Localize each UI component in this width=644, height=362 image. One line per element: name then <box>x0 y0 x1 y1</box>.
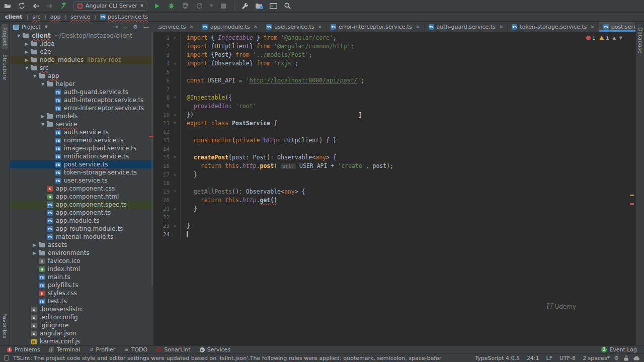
profiler-icon[interactable] <box>195 2 204 11</box>
close-icon[interactable]: ✕ <box>590 24 594 30</box>
tree-row-service[interactable]: ▼service <box>10 120 153 128</box>
tree-row-karma.conf.js[interactable]: JSkarma.conf.js <box>10 337 153 345</box>
project-structure-icon[interactable] <box>255 2 264 11</box>
fold-marker-icon[interactable]: ▼ <box>170 188 181 196</box>
chevron-collapsed-icon[interactable]: ▶ <box>31 243 38 247</box>
chevron-down-icon[interactable]: ▼ <box>43 25 49 29</box>
sync-icon[interactable] <box>17 2 26 11</box>
toolwindow-button-terminal[interactable]: ❯Terminal <box>49 346 80 353</box>
toolwindow-button-sonarlint[interactable]: SonarLint <box>156 346 190 353</box>
toolwindow-switcher-icon[interactable] <box>4 355 9 360</box>
chevron-expanded-icon[interactable]: ▼ <box>39 82 46 86</box>
collapse-all-icon[interactable]: ⌵ <box>122 24 129 30</box>
tree-row-client[interactable]: ▼client~/Desktop/Instazoo/client <box>10 32 153 40</box>
code-line-13[interactable]: 13 constructor(private http: HttpClient)… <box>153 136 635 145</box>
code-line-14[interactable]: 14 <box>153 145 635 153</box>
code-line-16[interactable]: 16 return this.http.post( url: USER_API … <box>153 162 635 170</box>
close-icon[interactable]: ✕ <box>189 24 193 30</box>
code-line-22[interactable]: 22 <box>153 213 635 222</box>
toolwindow-button-profiler[interactable]: ↺Profiler <box>89 346 115 353</box>
code-line-10[interactable]: 10▲}) <box>153 111 635 119</box>
tool-button-structure[interactable]: Structure <box>2 51 8 83</box>
editor-tab[interactable]: TSauth-guard.service.ts✕ <box>425 22 508 32</box>
tree-row-app.component.css[interactable]: Sapp.component.css <box>10 185 153 193</box>
chevron-collapsed-icon[interactable]: ▶ <box>39 114 46 119</box>
code-line-24[interactable]: 24 <box>153 230 635 239</box>
tree-row-auth-interceptor.service.ts[interactable]: TSauth-interceptor.service.ts <box>10 96 153 104</box>
chevron-expanded-icon[interactable]: ▼ <box>39 122 46 127</box>
code-line-21[interactable]: 21▲ } <box>153 205 635 213</box>
tree-row-auth-guard.service.ts[interactable]: TSauth-guard.service.ts <box>10 88 153 96</box>
search-everywhere-icon[interactable] <box>283 2 292 11</box>
code-line-6[interactable]: 6const USER_API = 'http://localhost:8080… <box>153 76 635 85</box>
tree-row-post.service.ts[interactable]: TSpost.service.ts <box>10 160 153 168</box>
tree-row-user.service.ts[interactable]: TSuser.service.ts <box>10 176 153 185</box>
tree-row-styles.css[interactable]: Sstyles.css <box>10 289 153 297</box>
tree-row-index.html[interactable]: Hindex.html <box>10 265 153 273</box>
toolwindow-button-todo[interactable]: ≡TODO <box>124 346 147 353</box>
fold-marker-icon[interactable]: ▼ <box>170 94 181 102</box>
fold-marker-icon[interactable]: ▲ <box>170 222 181 230</box>
fold-marker-icon[interactable]: ▲ <box>170 59 181 68</box>
tree-row-models[interactable]: ▶models <box>10 112 153 120</box>
indent-setting[interactable]: 2 spaces* <box>583 355 610 361</box>
tree-row-environments[interactable]: ▶environments <box>10 249 153 257</box>
code-line-17[interactable]: 17▲ } <box>153 170 635 179</box>
tree-row-notification.service.ts[interactable]: TSnotification.service.ts <box>10 152 153 160</box>
run-configuration-select[interactable]: Angular CLI Server ▼ <box>73 2 147 11</box>
code-line-23[interactable]: 23▲} <box>153 222 635 230</box>
tree-row-main.ts[interactable]: TSmain.ts <box>10 273 153 281</box>
caret-position[interactable]: 24:1 <box>527 355 539 361</box>
tree-row-test.ts[interactable]: TStest.ts <box>10 297 153 305</box>
tree-row-material-module.ts[interactable]: TSmaterial-module.ts <box>10 233 153 241</box>
tool-button-database[interactable]: Database <box>637 24 643 57</box>
breadcrumb-item[interactable]: app <box>50 14 61 20</box>
breadcrumb-item[interactable]: client <box>5 14 23 20</box>
tree-row-.gitignore[interactable]: ≡.gitignore <box>10 321 153 329</box>
status-message[interactable]: TSLint: The project code style and edito… <box>13 355 441 361</box>
unlock-icon[interactable] <box>624 355 628 361</box>
chevron-expanded-icon[interactable]: ▼ <box>15 34 22 38</box>
tree-row-favicon.ico[interactable]: ≡favicon.ico <box>10 257 153 265</box>
code-line-1[interactable]: 1▼import { Injectable } from '@angular/c… <box>153 34 635 42</box>
debug-icon[interactable] <box>167 2 176 11</box>
editor-tab[interactable]: .service.ts✕ <box>153 22 198 32</box>
forward-icon[interactable] <box>45 2 54 11</box>
code-line-18[interactable]: 18 <box>153 179 635 188</box>
gear-icon[interactable]: ⚙ <box>131 24 139 30</box>
breadcrumb-item[interactable]: TSpost.service.ts <box>100 14 148 20</box>
tree-row-error-interceptor.service.ts[interactable]: TSerror-interceptor.service.ts <box>10 104 153 112</box>
chevron-collapsed-icon[interactable]: ▶ <box>23 42 30 46</box>
code-line-3[interactable]: 3import {Post} from '../models/Post'; <box>153 51 635 59</box>
code-line-12[interactable]: 12 <box>153 128 635 136</box>
chevron-expanded-icon[interactable]: ▼ <box>23 66 30 70</box>
code-line-19[interactable]: 19▼ getAllPosts(): Observable<any> { <box>153 188 635 196</box>
editor[interactable]: 1▼import { Injectable } from '@angular/c… <box>153 32 635 345</box>
typescript-version[interactable]: TypeScript 4.0.5 <box>475 355 520 361</box>
tool-button-favorites[interactable]: Favorites <box>2 310 8 341</box>
tree-row-app-routing.module.ts[interactable]: TSapp-routing.module.ts <box>10 225 153 233</box>
code-line-8[interactable]: 8▼@Injectable({ <box>153 94 635 102</box>
chevron-collapsed-icon[interactable]: ▶ <box>31 251 38 255</box>
code-line-7[interactable]: 7 <box>153 85 635 94</box>
tree-row-auth.service.ts[interactable]: TSauth.service.ts <box>10 128 153 136</box>
close-icon[interactable]: ✕ <box>318 24 322 30</box>
close-icon[interactable]: ✕ <box>499 24 503 30</box>
editor-tab[interactable]: TSapp.module.ts✕ <box>198 22 262 32</box>
tree-row-angular.json[interactable]: ≡angular.json <box>10 329 153 337</box>
tree-row-helper[interactable]: ▼helper <box>10 80 153 88</box>
tree-row-app[interactable]: ▼app <box>10 72 153 80</box>
open-project-icon[interactable] <box>3 2 12 11</box>
gear-small-icon[interactable]: ⚙ <box>614 355 619 361</box>
inspection-widget[interactable]: 1 1 ▲ ▼ <box>586 35 622 41</box>
tree-row-assets[interactable]: ▶assets <box>10 241 153 249</box>
prev-problem-icon[interactable]: ▲ <box>613 36 616 40</box>
code-line-15[interactable]: 15▼ createPost(post: Post): Observable<a… <box>153 153 635 162</box>
code-line-2[interactable]: 2import {HttpClient} from '@angular/comm… <box>153 42 635 51</box>
toolwindow-button-problems[interactable]: !Problems <box>7 346 40 353</box>
fold-marker-icon[interactable]: ▲ <box>170 111 181 119</box>
breadcrumb-item[interactable]: service <box>70 14 90 20</box>
cloud-gear-icon[interactable] <box>633 356 640 360</box>
coverage-icon[interactable] <box>181 2 190 11</box>
tree-row-.idea[interactable]: ▶.idea <box>10 40 153 48</box>
